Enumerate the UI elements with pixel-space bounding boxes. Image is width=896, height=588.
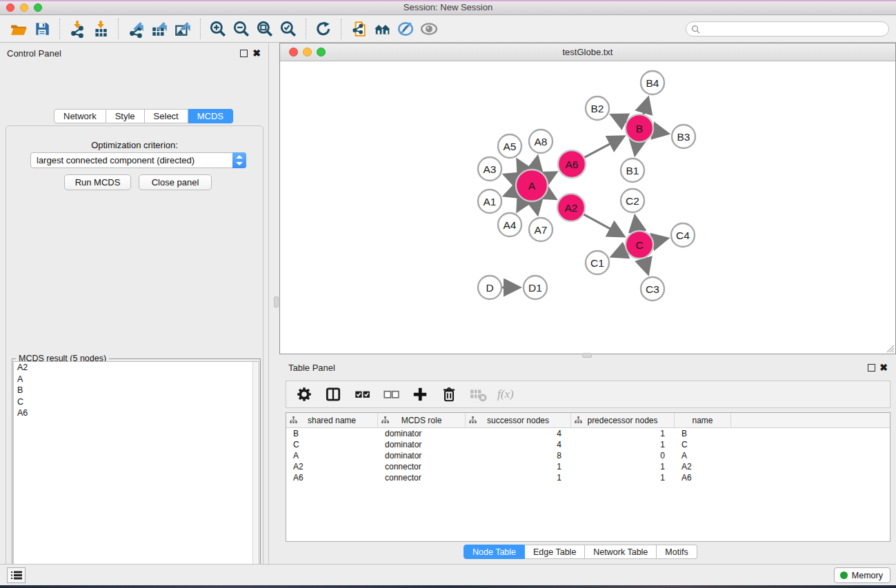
graph-node-A[interactable]: A	[516, 170, 548, 201]
column-header-MCDS-role[interactable]: MCDS role	[378, 413, 466, 427]
table-row[interactable]: Adominator80A	[286, 450, 890, 461]
table-cell[interactable]: A	[675, 450, 731, 461]
select-all-icon[interactable]	[352, 384, 372, 405]
table-cell[interactable]: A6	[675, 472, 731, 483]
graph-node-A2[interactable]: A2	[557, 194, 585, 221]
graph-edge[interactable]	[652, 130, 667, 133]
mcds-result-list[interactable]: A2ABCA6	[13, 361, 259, 588]
table-cell[interactable]: A2	[675, 461, 731, 472]
graph-node-C4[interactable]: C4	[671, 223, 695, 247]
table-cell[interactable]: dominator	[378, 450, 466, 461]
table-cell[interactable]: A	[286, 450, 378, 461]
table-cell[interactable]: dominator	[378, 439, 466, 450]
table-cell[interactable]: 1	[466, 461, 571, 472]
tab-motifs[interactable]: Motifs	[657, 545, 697, 559]
mcds-result-item[interactable]: A	[14, 374, 259, 385]
tab-edge-table[interactable]: Edge Table	[525, 545, 585, 559]
memory-button[interactable]: Memory	[834, 567, 890, 583]
show-eye-icon[interactable]	[417, 19, 441, 39]
task-history-button[interactable]	[7, 567, 26, 583]
graph-node-C3[interactable]: C3	[641, 277, 664, 301]
tab-style[interactable]: Style	[106, 109, 145, 123]
graph-edge[interactable]	[613, 116, 628, 123]
mcds-result-item[interactable]: A6	[14, 407, 259, 419]
tab-network[interactable]: Network	[54, 109, 106, 123]
export-image-icon[interactable]	[171, 19, 195, 39]
table-cell[interactable]: A2	[286, 461, 378, 472]
node-table[interactable]: shared nameMCDS rolesuccessor nodesprede…	[286, 412, 890, 542]
add-row-icon[interactable]	[410, 384, 430, 405]
graph-node-C[interactable]: C	[626, 231, 653, 258]
delete-row-icon[interactable]	[439, 384, 459, 405]
table-row[interactable]: Cdominator41C	[286, 439, 890, 450]
graph-edge[interactable]	[582, 214, 623, 236]
graph-node-A8[interactable]: A8	[529, 130, 552, 153]
table-cell[interactable]: C	[675, 439, 731, 450]
table-row[interactable]: Bdominator41B	[286, 428, 890, 439]
close-panel-button[interactable]: Close panel	[139, 174, 212, 190]
graph-edge[interactable]	[652, 239, 666, 242]
tab-select[interactable]: Select	[145, 109, 188, 123]
table-cell[interactable]: 8	[466, 450, 571, 461]
home-icon[interactable]	[370, 19, 394, 39]
search-input[interactable]	[700, 23, 888, 35]
mcds-result-item[interactable]: C	[14, 396, 259, 408]
graph-edge[interactable]	[643, 256, 648, 272]
search-field[interactable]	[686, 21, 889, 37]
table-cell[interactable]: 1	[466, 472, 571, 483]
float-panel-icon[interactable]	[240, 50, 248, 57]
table-close-panel-icon[interactable]: ✖	[879, 362, 888, 373]
graph-edge[interactable]	[635, 218, 637, 233]
graph-edge[interactable]	[583, 137, 622, 159]
columns-icon[interactable]	[323, 384, 343, 405]
graph-node-A6[interactable]: A6	[558, 150, 586, 178]
table-cell[interactable]: connector	[378, 472, 466, 483]
table-cell[interactable]: B	[286, 428, 378, 439]
refresh-icon[interactable]	[312, 19, 335, 39]
table-cell[interactable]: C	[286, 439, 378, 450]
graph-node-C1[interactable]: C1	[586, 251, 609, 274]
function-builder-icon[interactable]: f(x)	[497, 387, 514, 401]
open-session-icon[interactable]	[7, 19, 30, 39]
graph-node-C2[interactable]: C2	[621, 189, 644, 212]
import-network-icon[interactable]	[66, 19, 89, 39]
hide-labels-icon[interactable]	[394, 19, 417, 39]
mcds-list-scrollbar[interactable]	[252, 362, 259, 588]
table-cell[interactable]: 1	[571, 439, 675, 450]
deselect-all-icon[interactable]	[381, 384, 401, 405]
import-table-icon[interactable]	[89, 19, 112, 39]
tab-mcds[interactable]: MCDS	[188, 109, 233, 123]
graph-node-B3[interactable]: B3	[672, 125, 695, 148]
table-cell[interactable]: 4	[466, 428, 571, 439]
table-row[interactable]: A2connector11A2	[286, 461, 890, 472]
resize-grip-icon[interactable]	[886, 344, 895, 353]
settings-icon[interactable]	[295, 384, 314, 405]
graph-node-D1[interactable]: D1	[524, 276, 547, 299]
tab-network-table[interactable]: Network Table	[585, 545, 657, 559]
table-cell[interactable]: B	[675, 428, 731, 439]
run-mcds-button[interactable]: Run MCDS	[64, 174, 131, 190]
table-cell[interactable]: A6	[286, 472, 378, 483]
graph-node-A7[interactable]: A7	[529, 218, 552, 241]
zoom-out-icon[interactable]	[230, 19, 253, 39]
panel-splitter-horizontal[interactable]	[582, 353, 592, 358]
close-panel-icon[interactable]: ✖	[252, 48, 261, 59]
network-canvas-svg[interactable]: B4B2BB3A5A8A6A3B1AA1C2A2A4A7C4CC1DD1C3	[280, 61, 895, 354]
copy-network-icon[interactable]	[347, 19, 370, 39]
table-cell[interactable]: 1	[571, 461, 675, 472]
table-cell[interactable]: 0	[571, 450, 675, 461]
criterion-dropdown[interactable]: largest connected component (directed)	[30, 152, 246, 168]
table-cell[interactable]: 4	[466, 439, 571, 450]
table-row[interactable]: A6connector11A6	[286, 472, 890, 483]
zoom-in-icon[interactable]	[206, 19, 230, 39]
graph-node-B1[interactable]: B1	[621, 159, 644, 182]
table-cell[interactable]: 1	[571, 472, 675, 483]
graph-node-B[interactable]: B	[626, 114, 653, 142]
column-header-name[interactable]: name	[675, 413, 731, 427]
table-cell[interactable]: connector	[378, 461, 466, 472]
zoom-fit-icon[interactable]	[253, 19, 277, 39]
graph-node-A4[interactable]: A4	[498, 213, 521, 236]
column-header-successor-nodes[interactable]: successor nodes	[466, 413, 571, 427]
graph-edge[interactable]	[613, 250, 628, 256]
graph-node-D[interactable]: D	[478, 276, 501, 299]
